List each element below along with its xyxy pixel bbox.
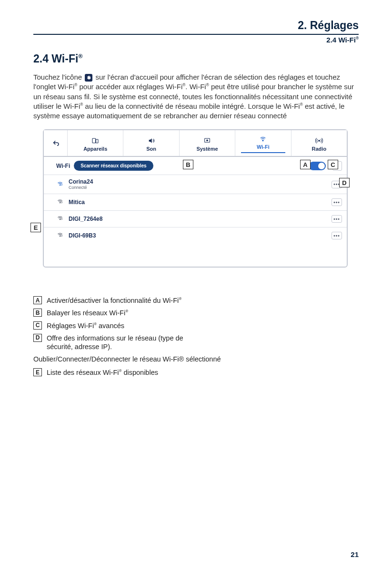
wifi-signal-icon	[56, 198, 64, 207]
callout-c: C	[328, 160, 338, 169]
svg-rect-9	[61, 202, 62, 203]
network-name: DIGI_7264e8	[69, 216, 102, 222]
svg-point-5	[318, 140, 320, 141]
legend-text: Balayer les réseaux Wi-Fi®	[47, 309, 128, 317]
callout-a: A	[300, 160, 311, 169]
scan-button[interactable]: Scanner réseaux disponibles	[74, 161, 153, 171]
network-more-button[interactable]: •••	[332, 198, 342, 206]
network-name: Mitica	[69, 199, 85, 206]
network-row[interactable]: E D Corina24 Connecté •••	[44, 175, 347, 194]
wifi-toggle[interactable]	[309, 162, 326, 170]
radio-icon	[315, 137, 323, 145]
network-row[interactable]: DIGI-69B3 •••	[44, 227, 347, 244]
legend-key: A	[33, 296, 42, 304]
header-rule	[33, 34, 359, 35]
wifi-icon	[259, 135, 267, 143]
network-name: DIGI-69B3	[69, 233, 96, 239]
section-title: 2.4 Wi-Fi®	[33, 52, 359, 65]
legend-item: B Balayer les réseaux Wi-Fi®	[33, 309, 359, 317]
sound-icon	[147, 137, 156, 145]
svg-point-6	[60, 185, 60, 186]
callout-d: D	[339, 178, 350, 187]
legend-item: A Activer/désactiver la fonctionnalité d…	[33, 296, 359, 305]
wifi-signal-icon	[56, 231, 64, 240]
wifi-signal-icon	[56, 215, 64, 223]
tab-appareils[interactable]: Appareils	[68, 130, 123, 156]
legend-text: Réglages Wi-Fi® avancés	[47, 321, 124, 330]
system-icon	[203, 137, 211, 145]
intro-paragraph: Touchez l'icône sur l'écran d'accueil po…	[33, 72, 359, 121]
legend-item: E Liste des réseaux Wi-Fi® disponibles	[33, 368, 359, 377]
legend-text: Offre des informations sur le réseau (ty…	[47, 334, 199, 351]
chapter-sub: 2.4 Wi-Fi®	[33, 36, 359, 44]
svg-rect-0	[92, 138, 96, 143]
page-header: 2. Réglages 2.4 Wi-Fi®	[33, 19, 359, 44]
tab-label: Son	[146, 146, 156, 152]
tab-label: Système	[196, 146, 218, 152]
network-text: Corina24 Connecté	[69, 179, 93, 190]
tab-son[interactable]: Son	[123, 130, 179, 156]
network-more-button[interactable]: •••	[332, 232, 342, 239]
chapter-title: 2. Réglages	[33, 19, 359, 32]
svg-rect-1	[96, 139, 99, 143]
tab-label: Appareils	[83, 146, 107, 152]
legend-key: D	[33, 334, 42, 342]
legend-text: Activer/désactiver la fonctionnalité du …	[47, 296, 181, 305]
legend-list: A Activer/désactiver la fonctionnalité d…	[33, 296, 359, 377]
svg-point-8	[60, 203, 60, 204]
tab-wifi[interactable]: Wi-Fi	[235, 130, 291, 156]
legend-key: E	[33, 368, 42, 376]
callout-e: E	[30, 223, 41, 232]
network-more-button[interactable]: •••	[332, 215, 342, 223]
tab-label: Radio	[312, 146, 327, 152]
network-row[interactable]: Mitica •••	[44, 194, 347, 211]
wifi-signal-icon	[56, 180, 64, 189]
legend-extra-text: Oublier/Connecter/Déconnecter le réseau …	[33, 355, 359, 363]
legend-item: C Réglages Wi-Fi® avancés	[33, 321, 359, 330]
svg-point-3	[207, 140, 208, 141]
svg-rect-7	[61, 184, 62, 185]
svg-rect-11	[61, 218, 62, 220]
legend-text: Liste des réseaux Wi-Fi® disponibles	[47, 368, 158, 377]
svg-point-4	[263, 140, 264, 141]
legend-item: D Offre des informations sur le réseau (…	[33, 334, 359, 351]
svg-rect-13	[61, 235, 62, 237]
ui-screenshot: A B C Appareils Son Système Wi-Fi Radio …	[43, 129, 348, 268]
legend-key: C	[33, 321, 42, 330]
devices-icon	[91, 137, 100, 145]
tab-radio[interactable]: Radio	[291, 130, 347, 156]
page-number: 21	[351, 550, 359, 558]
legend-key: B	[33, 309, 42, 317]
tab-systeme[interactable]: Système	[180, 130, 235, 156]
wifi-label: Wi-Fi	[56, 163, 70, 169]
callout-b: B	[183, 160, 193, 169]
svg-point-10	[60, 219, 60, 220]
network-row[interactable]: DIGI_7264e8 •••	[44, 211, 347, 227]
svg-point-12	[60, 236, 60, 237]
tab-label: Wi-Fi	[257, 144, 270, 150]
tabs-row: Appareils Son Système Wi-Fi Radio	[44, 130, 347, 157]
gear-icon	[85, 74, 92, 82]
back-button[interactable]	[44, 130, 68, 156]
